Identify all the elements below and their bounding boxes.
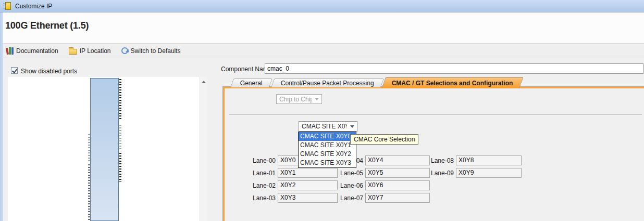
window-title: Customize IP bbox=[15, 3, 52, 10]
popup-option-cmac-site-x0y2[interactable]: CMAC SITE X0Y2 bbox=[299, 150, 356, 159]
lane-09-label: Lane-09 bbox=[401, 170, 456, 177]
channel-topology-value: Chip to Chip bbox=[279, 96, 312, 103]
ip-core-window-icon bbox=[5, 2, 11, 10]
ip-location-button[interactable]: IP Location bbox=[67, 45, 113, 57]
tab-bar: General Control/Pause Packet Processing … bbox=[232, 77, 522, 88]
port-ticks-left-bottom bbox=[88, 164, 90, 221]
lane-01-label: Lane-01 bbox=[229, 170, 278, 177]
lane-07-label: Lane-07 bbox=[313, 194, 365, 202]
lane-02-label: Lane-02 bbox=[229, 182, 278, 189]
section-separator bbox=[229, 114, 642, 115]
port-ticks-right-bottom bbox=[119, 153, 121, 182]
lane-row-07: Lane-07 X0Y7 bbox=[313, 193, 430, 203]
page-title: 100G Ethernet (1.5) bbox=[5, 20, 89, 31]
cmac-core-selection-popup: CMAC SITE X0Y0 CMAC SITE X0Y1 CMAC SITE … bbox=[298, 132, 356, 168]
customize-ip-dialog: Customize IP 100G Ethernet (1.5) Documen… bbox=[0, 0, 644, 221]
lane-08-label: Lane-08 bbox=[401, 157, 456, 164]
chevron-down-icon bbox=[350, 125, 354, 128]
scrollbar-up-button[interactable] bbox=[200, 78, 207, 85]
port-ticks-left-top bbox=[88, 134, 90, 163]
popup-option-cmac-site-x0y3[interactable]: CMAC SITE X0Y3 bbox=[299, 159, 356, 167]
lane-06-value-field: X0Y6 bbox=[365, 180, 430, 190]
lane-03-label: Lane-03 bbox=[229, 194, 278, 202]
popup-option-cmac-site-x0y0[interactable]: CMAC SITE X0Y0 bbox=[299, 132, 356, 141]
port-ticks-right-top bbox=[119, 79, 121, 120]
ip-location-label: IP Location bbox=[80, 47, 111, 55]
lane-09-value-field: X0Y9 bbox=[456, 168, 522, 178]
documentation-button[interactable]: Documentation bbox=[5, 45, 60, 57]
tab-general-label: General bbox=[240, 80, 263, 87]
lane-08-value-field: X0Y8 bbox=[456, 155, 522, 165]
tab-general[interactable]: General bbox=[230, 79, 273, 87]
window-titlebar: Customize IP bbox=[0, 0, 644, 12]
tab-cmac-gt-selections[interactable]: CMAC / GT Selections and Configuration bbox=[381, 77, 524, 88]
lane-07-value-field: X0Y7 bbox=[365, 193, 430, 203]
canvas-scrollbar[interactable] bbox=[200, 77, 207, 221]
lane-06-label: Lane-06 bbox=[313, 182, 365, 189]
show-disabled-ports-checkbox[interactable] bbox=[11, 67, 18, 74]
lane-row-09: Lane-09 X0Y9 bbox=[401, 168, 522, 178]
lane-row-06: Lane-06 X0Y6 bbox=[313, 180, 430, 190]
cmac-core-selection-dropdown[interactable]: CMAC SITE X0Y0 bbox=[299, 121, 357, 132]
lane-00-label: Lane-00 bbox=[229, 157, 278, 164]
popup-option-cmac-site-x0y1[interactable]: CMAC SITE X0Y1 bbox=[299, 141, 356, 150]
folder-icon bbox=[69, 49, 77, 55]
component-name-input[interactable] bbox=[265, 63, 643, 74]
documentation-label: Documentation bbox=[16, 47, 58, 55]
show-disabled-ports-label[interactable]: Show disabled ports bbox=[21, 68, 77, 75]
heading-band: 100G Ethernet (1.5) bbox=[3, 12, 644, 44]
channel-topology-dropdown: Chip to Chip bbox=[276, 94, 322, 104]
port-ticks-right-middle bbox=[119, 125, 121, 150]
books-icon bbox=[6, 47, 14, 55]
lane-05-label: Lane-05 bbox=[313, 170, 365, 177]
cmac-core-selection-value: CMAC SITE X0Y0 bbox=[302, 123, 347, 130]
cmac-core-selection-tooltip: CMAC Core Selection bbox=[350, 134, 418, 145]
tab-cmac-gt-label: CMAC / GT Selections and Configuration bbox=[392, 80, 513, 87]
component-name-label: Component Name bbox=[221, 66, 271, 73]
chevron-down-icon bbox=[315, 98, 319, 100]
tab-control-pause-packet-processing[interactable]: Control/Pause Packet Processing bbox=[271, 79, 384, 87]
tab-control-pause-label: Control/Pause Packet Processing bbox=[281, 80, 374, 87]
ip-block-symbol bbox=[90, 78, 119, 221]
switch-to-defaults-button[interactable]: Switch to Defaults bbox=[120, 45, 182, 57]
up-arrow-icon bbox=[202, 81, 206, 83]
refresh-icon bbox=[121, 47, 128, 54]
switch-to-defaults-label: Switch to Defaults bbox=[131, 47, 181, 55]
toolbar: Documentation IP Location Switch to Defa… bbox=[3, 44, 644, 58]
lane-row-08: Lane-08 X0Y8 bbox=[401, 155, 522, 165]
